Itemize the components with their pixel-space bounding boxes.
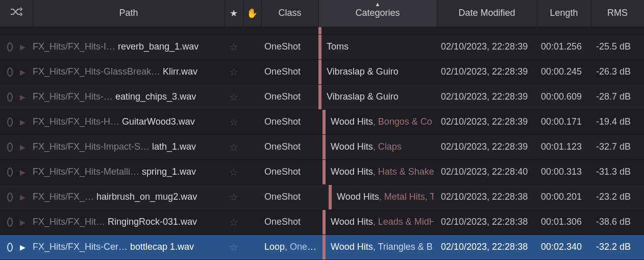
drag-handle[interactable] bbox=[243, 234, 261, 259]
play-icon[interactable]: ▶ bbox=[20, 93, 26, 101]
length-cell: 00:00.245 bbox=[537, 59, 591, 84]
path-cell[interactable]: FX_Hits/FX_Hit… RingingRock-031.wav bbox=[33, 209, 225, 234]
path-cell[interactable]: FX_Hits/FX_Hits-Cer… bottlecap 1.wav bbox=[33, 234, 225, 259]
row-select-circle[interactable] bbox=[7, 193, 13, 202]
table-row[interactable]: ▶FX_Hits/FX_… hairbrush_on_mug2.wav☆OneS… bbox=[0, 184, 644, 209]
table-row[interactable]: ▶FX_Hits/FX_Hits-I… reverb_bang_1.wav☆On… bbox=[0, 34, 644, 59]
table-header-row: Path ★ ✋ Class ▲ Categories Date Modifie… bbox=[0, 0, 644, 27]
play-icon[interactable]: ▶ bbox=[20, 43, 26, 51]
date-modified-cell: 02/10/2023, 22:28:39 bbox=[437, 84, 537, 109]
drag-handle[interactable] bbox=[243, 59, 261, 84]
class-cell[interactable]: OneShot bbox=[261, 134, 318, 159]
categories-cell[interactable]: Wood Hits, Hats & Shake bbox=[318, 159, 437, 184]
class-cell[interactable]: Loop, OneSho bbox=[261, 234, 318, 259]
categories-cell[interactable]: Wood Hits, Triangles & B bbox=[318, 234, 437, 259]
class-cell[interactable]: OneShot bbox=[261, 184, 318, 209]
col-class[interactable]: Class bbox=[261, 0, 318, 27]
col-path[interactable]: Path bbox=[33, 0, 225, 27]
class-cell[interactable]: OneShot bbox=[261, 109, 318, 134]
categories-cell[interactable]: Vibraslap & Guiro bbox=[318, 84, 437, 109]
table-row[interactable]: ▶FX_Hits/FX_Hits-Cer… bottlecap 1.wav☆Lo… bbox=[0, 234, 644, 259]
play-icon[interactable]: ▶ bbox=[20, 243, 26, 251]
play-icon[interactable]: ▶ bbox=[20, 193, 26, 201]
play-icon[interactable]: ▶ bbox=[20, 118, 26, 126]
class-cell[interactable]: OneShot bbox=[261, 84, 318, 109]
drag-handle[interactable] bbox=[243, 159, 261, 184]
favorite-toggle[interactable]: ☆ bbox=[225, 134, 243, 159]
play-icon[interactable]: ▶ bbox=[20, 168, 26, 176]
table-row[interactable]: ▶FX_Hits/FX_Hits-GlassBreak… Klirr.wav☆O… bbox=[0, 59, 644, 84]
path-cell[interactable]: FX_Hits/FX_Hits-Metalli… spring_1.wav bbox=[33, 159, 225, 184]
table-row[interactable]: ▶FX_Hits/FX_Hits-H… GuitarWood3.wav☆OneS… bbox=[0, 109, 644, 134]
col-rms[interactable]: RMS bbox=[591, 0, 644, 27]
class-cell[interactable]: OneShot bbox=[261, 209, 318, 234]
favorite-toggle[interactable]: ☆ bbox=[225, 109, 243, 134]
category-color-bar bbox=[323, 160, 326, 184]
categories-cell[interactable]: Toms bbox=[318, 34, 437, 59]
categories-cell[interactable]: Wood Hits, Bongos & Co bbox=[318, 109, 437, 134]
path-cell[interactable]: FX_Hits/FX_Hits-H… GuitarWood3.wav bbox=[33, 109, 225, 134]
rms-cell: -31.3 dB bbox=[591, 159, 644, 184]
drag-handle[interactable] bbox=[243, 34, 261, 59]
favorite-toggle[interactable]: ☆ bbox=[225, 34, 243, 59]
favorite-toggle[interactable]: ☆ bbox=[225, 234, 243, 259]
class-cell[interactable]: OneShot bbox=[261, 34, 318, 59]
row-select-circle[interactable] bbox=[7, 92, 13, 102]
favorite-toggle[interactable]: ☆ bbox=[225, 59, 243, 84]
drag-handle[interactable] bbox=[243, 109, 261, 134]
category-main: Vibraslap & Guiro bbox=[327, 66, 399, 77]
category-sub: , Leads & MidH bbox=[373, 217, 434, 227]
table-row[interactable]: ▶FX_Hits/FX_Hits-… eating_chips_3.wav☆On… bbox=[0, 84, 644, 109]
class-main: Loop bbox=[264, 242, 285, 252]
favorite-toggle[interactable]: ☆ bbox=[225, 84, 243, 109]
col-date-modified[interactable]: Date Modified bbox=[437, 0, 537, 27]
class-cell[interactable]: OneShot bbox=[261, 59, 318, 84]
path-cell[interactable]: FX_Hits/FX_Hits-I… reverb_bang_1.wav bbox=[33, 34, 225, 59]
table-row[interactable]: ▶FX_Hits/FX_Hits-Metalli… spring_1.wav☆O… bbox=[0, 159, 644, 184]
path-cell[interactable]: FX_Hits/FX_… hairbrush_on_mug2.wav bbox=[33, 184, 225, 209]
row-select-circle[interactable] bbox=[7, 218, 13, 227]
path-dir: FX_Hits/FX_Hits-Metalli… bbox=[33, 167, 142, 177]
row-select-circle[interactable] bbox=[7, 168, 13, 177]
categories-cell[interactable]: Vibraslap & Guiro bbox=[318, 59, 437, 84]
length-cell: 00:01.306 bbox=[537, 209, 591, 234]
drag-handle[interactable] bbox=[243, 84, 261, 109]
length-cell: 00:00.609 bbox=[537, 84, 591, 109]
drag-handle[interactable] bbox=[243, 209, 261, 234]
path-cell[interactable]: FX_Hits/FX_Hits-GlassBreak… Klirr.wav bbox=[33, 59, 225, 84]
col-length[interactable]: Length bbox=[537, 0, 591, 27]
col-shuffle[interactable] bbox=[0, 0, 33, 27]
shuffle-icon bbox=[10, 7, 23, 17]
drag-handle[interactable] bbox=[243, 134, 261, 159]
class-cell[interactable]: OneShot bbox=[261, 159, 318, 184]
row-select-circle[interactable] bbox=[7, 143, 13, 152]
category-color-bar bbox=[323, 135, 326, 159]
play-icon[interactable]: ▶ bbox=[20, 68, 26, 76]
col-categories[interactable]: ▲ Categories bbox=[318, 0, 437, 27]
row-select-circle[interactable] bbox=[7, 67, 13, 77]
categories-cell[interactable]: Wood Hits, Leads & MidH bbox=[318, 209, 437, 234]
path-filename: eating_chips_3.wav bbox=[115, 91, 196, 102]
favorite-toggle[interactable]: ☆ bbox=[225, 209, 243, 234]
row-select-circle[interactable] bbox=[7, 243, 13, 252]
rms-cell: -28.7 dB bbox=[591, 84, 644, 109]
row-select-circle[interactable] bbox=[7, 117, 13, 127]
col-favorite[interactable]: ★ bbox=[225, 0, 243, 27]
categories-cell[interactable]: Wood Hits, Metal Hits, T bbox=[318, 184, 437, 209]
favorite-toggle[interactable]: ☆ bbox=[225, 159, 243, 184]
table-row[interactable]: ▶FX_Hits/FX_Hits-Impact-S… lath_1.wav☆On… bbox=[0, 134, 644, 159]
play-icon[interactable]: ▶ bbox=[20, 143, 26, 151]
length-cell: 00:01.256 bbox=[537, 34, 591, 59]
length-cell: 00:00.313 bbox=[537, 159, 591, 184]
path-cell[interactable]: FX_Hits/FX_Hits-… eating_chips_3.wav bbox=[33, 84, 225, 109]
categories-cell[interactable]: Wood Hits, Claps bbox=[318, 134, 437, 159]
table-row[interactable]: ▶FX_Hits/FX_Hit… RingingRock-031.wav☆One… bbox=[0, 209, 644, 234]
play-icon[interactable]: ▶ bbox=[20, 218, 26, 226]
category-color-bar bbox=[329, 185, 332, 209]
favorite-toggle[interactable]: ☆ bbox=[225, 184, 243, 209]
path-cell[interactable]: FX_Hits/FX_Hits-Impact-S… lath_1.wav bbox=[33, 134, 225, 159]
category-main: Wood Hits bbox=[331, 116, 373, 127]
row-select-circle[interactable] bbox=[7, 42, 13, 52]
col-drag[interactable]: ✋ bbox=[243, 0, 261, 27]
drag-handle[interactable] bbox=[243, 184, 261, 209]
